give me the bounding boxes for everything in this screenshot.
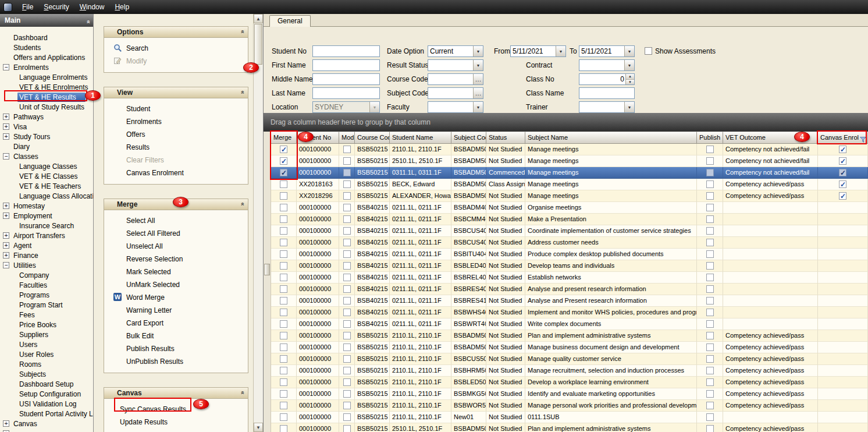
checkbox-unchecked[interactable] <box>706 169 714 176</box>
checkbox-unchecked[interactable] <box>280 390 287 398</box>
sidebar-item-user-roles[interactable]: User Roles <box>0 349 93 359</box>
panel-item-sync-canvas-results[interactable]: Sync Canvas Results <box>104 403 248 416</box>
scrollbar-up-icon[interactable]: ▲ <box>254 14 263 23</box>
spinner-buttons[interactable]: ▲▼ <box>625 74 634 84</box>
grid-scrollbar-thumb[interactable] <box>264 264 270 275</box>
date-option-select[interactable]: Current ▼ <box>428 45 483 57</box>
panel-item-warning-letter[interactable]: Warning Letter <box>104 304 248 317</box>
table-row[interactable]: 000100000BSB502152510.1L, 2510.1FBSBADM5… <box>271 155 868 167</box>
checkbox-unchecked[interactable] <box>343 378 351 386</box>
checkbox-unchecked[interactable] <box>706 215 714 223</box>
cell-modified[interactable] <box>339 155 355 167</box>
section-header-view[interactable]: View» <box>104 87 248 98</box>
checkbox-unchecked[interactable] <box>343 169 351 176</box>
checkbox-unchecked[interactable] <box>343 344 351 351</box>
class-name-input[interactable] <box>579 87 635 99</box>
table-row[interactable]: 000100000BSB402150211.1L, 0211.1FBSBCUS4… <box>271 237 868 249</box>
spin-down-icon[interactable]: ▼ <box>626 80 634 85</box>
cell-publish[interactable] <box>697 155 723 167</box>
sidebar-item-agent[interactable]: +Agent <box>0 240 93 250</box>
checkbox-unchecked[interactable] <box>706 274 714 281</box>
show-assessments-checkbox[interactable] <box>645 47 652 55</box>
cell-publish[interactable] <box>697 295 723 307</box>
sidebar-item-enrolments[interactable]: −Enrolments <box>0 62 93 72</box>
subject-code-input[interactable]: … <box>428 87 483 99</box>
checkbox-checked[interactable] <box>280 169 287 176</box>
menu-help[interactable]: Help <box>109 1 134 13</box>
cell-publish[interactable] <box>697 400 723 412</box>
checkbox-unchecked[interactable] <box>280 204 287 211</box>
panel-item-unpublish-results[interactable]: UnPublish Results <box>104 355 248 368</box>
collapse-chevron-icon[interactable]: » <box>238 30 245 33</box>
sidebar-item-offers-and-applications[interactable]: Offers and Applications <box>0 52 93 62</box>
sidebar-item-unit-of-study-results[interactable]: Unit of Study Results <box>0 102 93 112</box>
checkbox-checked[interactable] <box>839 192 846 200</box>
panel-scrollbar[interactable]: ▲ ▼ <box>253 14 263 432</box>
from-date-select[interactable]: 5/11/2021 ▼ <box>510 45 566 57</box>
checkbox-unchecked[interactable] <box>280 297 287 304</box>
sidebar-item-language-class-allocation[interactable]: Language Class Allocation <box>0 191 93 201</box>
sidebar-item-students[interactable]: Students <box>0 43 93 52</box>
scrollbar-thumb[interactable] <box>254 24 262 65</box>
class-no-stepper[interactable]: 0 ▲▼ <box>579 73 635 85</box>
panel-item-word-merge[interactable]: WWord Merge <box>104 291 248 304</box>
table-row[interactable]: 000100000BSB502152510.1L, 2510.1FBSBADM5… <box>271 423 868 432</box>
column-header-student-no[interactable]: Student No <box>297 132 339 144</box>
cell-merge[interactable] <box>271 144 297 155</box>
checkbox-unchecked[interactable] <box>280 285 287 293</box>
panel-item-card-export[interactable]: Card Export <box>104 317 248 330</box>
table-row[interactable]: 000100000BSB502152110.1L, 2110.1FBSBLED5… <box>271 377 868 388</box>
sidebar-item-student-portal-activity-lo[interactable]: Student Portal Activity Lo <box>0 409 93 419</box>
checkbox-unchecked[interactable] <box>280 180 287 188</box>
checkbox-unchecked[interactable] <box>343 297 351 304</box>
checkbox-unchecked[interactable] <box>280 332 287 339</box>
cell-merge[interactable] <box>271 167 297 179</box>
section-header-options[interactable]: Options» <box>104 27 248 38</box>
cell-merge[interactable] <box>271 214 297 225</box>
sidebar-item-usi-validation-log[interactable]: USI Validation Log <box>0 399 93 409</box>
panel-item-unselect-all[interactable]: Unselect All <box>104 240 248 253</box>
checkbox-unchecked[interactable] <box>280 227 287 235</box>
expand-icon[interactable]: + <box>3 213 9 219</box>
sidebar-item-faculties[interactable]: Faculties <box>0 280 93 290</box>
cell-publish[interactable] <box>697 423 723 432</box>
column-header-student-name[interactable]: Student Name <box>390 132 451 144</box>
checkbox-unchecked[interactable] <box>706 332 714 339</box>
checkbox-unchecked[interactable] <box>343 227 351 235</box>
cell-publish[interactable] <box>697 307 723 318</box>
checkbox-unchecked[interactable] <box>343 146 351 153</box>
cell-publish[interactable] <box>697 330 723 342</box>
student-no-input[interactable] <box>312 45 380 57</box>
collapse-chevron-icon[interactable]: » <box>238 391 245 394</box>
cell-merge[interactable] <box>271 190 297 202</box>
checkbox-checked[interactable] <box>839 146 846 153</box>
checkbox-unchecked[interactable] <box>706 180 714 188</box>
trainer-select[interactable]: ▼ <box>579 101 635 113</box>
cell-merge[interactable] <box>271 284 297 295</box>
checkbox-unchecked[interactable] <box>343 402 351 409</box>
checkbox-unchecked[interactable] <box>280 378 287 386</box>
cell-merge[interactable] <box>271 365 297 377</box>
course-code-input[interactable]: … <box>428 73 483 85</box>
ellipsis-button[interactable]: … <box>473 88 483 98</box>
sidebar-item-rooms[interactable]: Rooms <box>0 359 93 369</box>
cell-merge[interactable] <box>271 400 297 412</box>
cell-merge[interactable] <box>271 202 297 214</box>
table-row[interactable]: 000100000BSB502152110.1L, 2110.1FNew01No… <box>271 412 868 423</box>
checkbox-unchecked[interactable] <box>706 262 714 270</box>
expand-icon[interactable]: + <box>3 420 9 427</box>
checkbox-unchecked[interactable] <box>706 204 714 211</box>
collapse-icon[interactable]: − <box>3 64 9 70</box>
collapse-chevron-icon[interactable]: » <box>238 91 245 94</box>
table-row[interactable]: 000100000BSB402150211.1L, 0211.1FBSBCMM4… <box>271 214 868 225</box>
cell-merge[interactable] <box>271 412 297 423</box>
table-row[interactable]: XX2018163BSB50215BECK, EdwardBSBADM502Cl… <box>271 179 868 190</box>
cell-merge[interactable] <box>271 272 297 284</box>
sidebar-item-diary[interactable]: Diary <box>0 141 93 151</box>
sidebar-item-programs[interactable]: Programs <box>0 290 93 300</box>
result-status-select[interactable]: ▼ <box>428 59 483 71</box>
checkbox-unchecked[interactable] <box>343 355 351 363</box>
sidebar-item-vet-he-teachers[interactable]: VET & HE Teachers <box>0 181 93 191</box>
menu-window[interactable]: Window <box>74 1 110 13</box>
cell-modified[interactable] <box>339 377 355 388</box>
